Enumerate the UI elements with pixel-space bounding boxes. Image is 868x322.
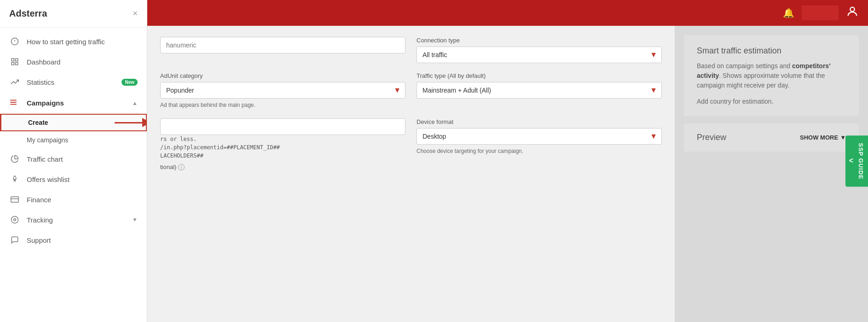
list-icon bbox=[9, 98, 20, 108]
svg-rect-5 bbox=[12, 63, 14, 65]
form-group-traffic-type: Traffic type (All by default) Mainstream… bbox=[417, 72, 662, 99]
sidebar-item-finance[interactable]: Finance bbox=[0, 189, 147, 210]
alert-circle-icon bbox=[9, 37, 20, 46]
device-format-select[interactable]: Desktop bbox=[417, 128, 662, 145]
adunit-hint: Ad that appears behind the main page. bbox=[160, 101, 405, 109]
form-group-adunit: AdUnit category Popunder ▼ Ad that appea… bbox=[160, 72, 405, 109]
url-code: rs or less. /in.php?placementid=##PLACEM… bbox=[160, 135, 405, 160]
sidebar-item-label: Offers wishlist bbox=[27, 176, 138, 183]
bell-icon[interactable]: 🔔 bbox=[783, 7, 794, 18]
form-panel: Connection type All traffic ▼ AdUnit cat… bbox=[147, 26, 675, 322]
traffic-type-label: Traffic type (All by default) bbox=[417, 72, 662, 79]
ssp-guide-chevron: < bbox=[849, 157, 854, 165]
preview-card: Preview SHOW MORE ▼ bbox=[684, 123, 859, 152]
grid-icon bbox=[9, 58, 20, 66]
ssp-guide-tab[interactable]: SSP GUIDE < bbox=[845, 135, 868, 187]
svg-rect-6 bbox=[16, 63, 18, 65]
sidebar-header: Adsterra × bbox=[0, 0, 147, 28]
info-icon[interactable]: i bbox=[178, 164, 185, 170]
sidebar-item-support[interactable]: Support bbox=[0, 230, 147, 250]
trending-up-icon bbox=[9, 78, 20, 86]
sidebar-item-label: Support bbox=[27, 236, 138, 244]
app-logo: Adsterra bbox=[9, 8, 47, 19]
sidebar: Adsterra × How to start getting traffic … bbox=[0, 0, 147, 322]
form-row-3: rs or less. /in.php?placementid=##PLACEM… bbox=[160, 118, 662, 170]
estimation-desc: Based on campaign settings and competito… bbox=[697, 61, 846, 90]
close-icon[interactable]: × bbox=[133, 9, 138, 18]
show-more-button[interactable]: SHOW MORE ▼ bbox=[800, 134, 846, 141]
user-avatar-icon[interactable] bbox=[846, 5, 859, 21]
form-group-device: Device format Desktop ▼ Choose device ta… bbox=[417, 118, 662, 155]
flame-icon bbox=[9, 175, 20, 183]
sidebar-item-label: Statistics bbox=[27, 78, 118, 86]
url-input[interactable] bbox=[160, 118, 405, 135]
sidebar-item-label: How to start getting traffic bbox=[27, 38, 138, 46]
sidebar-item-my-campaigns[interactable]: My campaigns bbox=[0, 131, 147, 149]
svg-rect-4 bbox=[16, 59, 18, 61]
create-label: Create bbox=[28, 119, 48, 126]
connection-type-label: Connection type bbox=[417, 37, 662, 44]
sidebar-nav: How to start getting traffic Dashboard S… bbox=[0, 28, 147, 322]
form-row-2: AdUnit category Popunder ▼ Ad that appea… bbox=[160, 72, 662, 109]
sidebar-item-how-to-start[interactable]: How to start getting traffic bbox=[0, 31, 147, 52]
topbar-button[interactable] bbox=[802, 6, 839, 20]
adunit-select[interactable]: Popunder bbox=[160, 82, 405, 99]
svg-point-14 bbox=[850, 7, 854, 12]
adunit-wrapper: Popunder ▼ bbox=[160, 82, 405, 99]
device-format-label: Device format bbox=[417, 118, 662, 125]
right-panel: Smart traffic estimation Based on campai… bbox=[675, 26, 868, 322]
campaigns-label: Campaigns bbox=[27, 99, 132, 107]
form-group-connection-type: Connection type All traffic ▼ bbox=[417, 37, 662, 63]
svg-point-13 bbox=[14, 219, 16, 221]
tracking-icon bbox=[9, 216, 20, 224]
form-row-1: Connection type All traffic ▼ bbox=[160, 37, 662, 63]
form-group-url: rs or less. /in.php?placementid=##PLACEM… bbox=[160, 118, 405, 170]
sidebar-item-label: Dashboard bbox=[27, 58, 138, 66]
device-hint: Choose device targeting for your campaig… bbox=[417, 147, 662, 155]
optional-label: tional) i bbox=[160, 164, 405, 170]
estimation-card: Smart traffic estimation Based on campai… bbox=[684, 35, 859, 116]
traffic-type-select[interactable]: Mainstream + Adult (All) bbox=[417, 82, 662, 99]
sidebar-item-create[interactable]: Create bbox=[0, 114, 147, 131]
sidebar-item-label: Traffic chart bbox=[27, 155, 138, 163]
sidebar-item-statistics[interactable]: Statistics New bbox=[0, 72, 147, 92]
topbar: 🔔 bbox=[147, 0, 868, 26]
sidebar-item-offers-wishlist[interactable]: Offers wishlist bbox=[0, 169, 147, 189]
main-content: 🔔 Connection type All traffic bbox=[147, 0, 868, 322]
my-campaigns-label: My campaigns bbox=[27, 136, 68, 144]
sidebar-item-label: Finance bbox=[27, 196, 138, 204]
pie-chart-icon bbox=[9, 155, 20, 163]
alphanumeric-input[interactable] bbox=[160, 37, 405, 53]
connection-type-wrapper: All traffic ▼ bbox=[417, 47, 662, 63]
chevron-down-icon: ▼ bbox=[132, 217, 138, 223]
sidebar-item-tracking[interactable]: Tracking ▼ bbox=[0, 210, 147, 230]
sidebar-item-label: Tracking bbox=[27, 216, 132, 224]
sidebar-section-campaigns[interactable]: Campaigns ▲ bbox=[0, 92, 147, 114]
message-square-icon bbox=[9, 236, 20, 244]
content-area: Connection type All traffic ▼ AdUnit cat… bbox=[147, 26, 868, 322]
sidebar-item-dashboard[interactable]: Dashboard bbox=[0, 52, 147, 72]
sidebar-item-traffic-chart[interactable]: Traffic chart bbox=[0, 149, 147, 169]
svg-rect-3 bbox=[12, 59, 14, 61]
connection-type-select[interactable]: All traffic bbox=[417, 47, 662, 63]
device-format-wrapper: Desktop ▼ bbox=[417, 128, 662, 145]
adunit-label: AdUnit category bbox=[160, 72, 405, 79]
estimation-title: Smart traffic estimation bbox=[697, 46, 846, 56]
form-group-alphanumeric bbox=[160, 37, 405, 53]
svg-point-12 bbox=[12, 217, 18, 223]
credit-card-icon bbox=[9, 195, 20, 204]
traffic-type-wrapper: Mainstream + Adult (All) ▼ bbox=[417, 82, 662, 99]
preview-title: Preview bbox=[697, 133, 726, 142]
chevron-up-icon: ▲ bbox=[132, 100, 138, 106]
svg-rect-10 bbox=[11, 197, 19, 202]
estimation-note: Add country for estimation. bbox=[697, 98, 846, 105]
ssp-guide-label: SSP GUIDE bbox=[857, 143, 864, 180]
new-badge: New bbox=[122, 79, 138, 86]
